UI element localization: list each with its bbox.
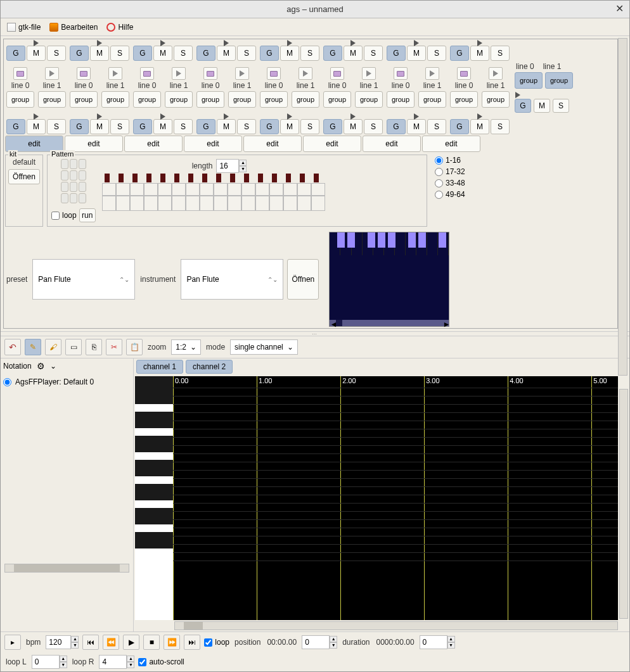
group-button[interactable]: group [260,91,288,108]
m-button[interactable]: M [407,119,426,134]
player-option[interactable]: AgsFFPlayer: Default 0 [3,377,131,386]
group-button[interactable]: group [101,91,129,108]
pattern-step[interactable] [255,196,269,211]
pattern-step[interactable] [144,183,158,196]
duration-offset-spinner[interactable]: ▲▼ [420,635,455,649]
play-line-button[interactable] [362,67,376,80]
m-button[interactable]: M [217,46,236,61]
upper-vscrollbar[interactable] [618,38,627,376]
expand-icon[interactable] [477,40,482,46]
length-spinner[interactable]: ▲▼ [216,159,247,173]
mode-combo[interactable]: single channel⌄ [230,339,298,355]
play-line-button[interactable] [235,67,249,80]
m-button[interactable]: M [344,119,363,134]
forward-button[interactable]: ⏩ [164,635,180,650]
group-button[interactable]: group [6,91,34,108]
g-button[interactable]: G [133,46,152,61]
bank-cell[interactable] [61,159,68,169]
menu-help[interactable]: Hilfe [106,23,133,32]
preset-open-button[interactable]: Öffnen [287,259,319,300]
brush-tool-button[interactable]: 🖌 [45,339,61,355]
m-button[interactable]: M [470,119,489,134]
expand-icon[interactable] [160,40,165,46]
pattern-step[interactable] [283,196,297,211]
pattern-step[interactable] [228,196,241,211]
preset-combo[interactable]: Pan Flute⌃⌄ [32,259,135,300]
g-button[interactable]: G [450,46,469,61]
bpm-spinner[interactable]: ▲▼ [46,635,79,649]
group-button[interactable]: group [355,91,383,108]
pattern-step[interactable] [116,183,130,196]
pencil-tool-button[interactable]: ✎ [25,339,41,355]
chevron-down-icon[interactable]: ⌄ [50,362,56,371]
pattern-step[interactable] [144,196,158,211]
m-button[interactable]: M [27,119,46,134]
group-button[interactable]: group [228,91,256,108]
group-button[interactable]: group [450,91,478,108]
kit-open-button[interactable]: Öffnen [8,169,40,184]
edit-button[interactable]: edit [243,136,302,152]
m-button[interactable]: M [407,46,426,61]
expand-icon[interactable] [287,113,292,120]
group-button[interactable]: group [38,91,66,108]
open-folder-button[interactable] [140,67,154,80]
select-tool-button[interactable]: ▭ [65,339,82,355]
g-button[interactable]: G [196,46,215,61]
expand-icon[interactable] [414,113,419,120]
sidebar-scrollbar[interactable] [4,564,129,573]
range-17-32[interactable]: 17-32 [435,167,465,176]
m-button[interactable]: M [217,119,236,134]
gear-icon[interactable]: ⚙ [37,361,45,371]
group-button[interactable]: group [545,72,573,89]
rewind-button[interactable]: ⏪ [103,635,119,650]
expand-icon[interactable] [224,40,229,46]
s-button[interactable]: S [237,119,256,134]
m-button[interactable]: M [534,99,550,113]
pattern-step[interactable] [269,196,283,211]
instrument-combo[interactable]: Pan Flute⌃⌄ [181,259,283,300]
rewind-start-button[interactable]: ⏮ [82,635,99,650]
m-button[interactable]: M [90,46,109,61]
open-folder-button[interactable] [203,67,217,80]
m-button[interactable]: M [280,46,299,61]
s-button[interactable]: S [553,99,569,113]
pattern-step[interactable] [311,183,325,196]
open-folder-button[interactable] [13,67,27,80]
loop-checkbox[interactable]: loop [51,211,77,220]
s-button[interactable]: S [174,119,193,134]
splitter[interactable] [1,331,629,336]
m-button[interactable]: M [90,119,109,134]
group-button[interactable]: group [418,91,446,108]
piano-roll-hscrollbar[interactable] [174,621,618,630]
pattern-step[interactable] [102,196,116,211]
range-33-48[interactable]: 33-48 [435,179,465,187]
s-button[interactable]: S [237,46,256,61]
s-button[interactable]: S [110,119,129,134]
g-button[interactable]: G [323,46,342,61]
run-button[interactable]: run [79,208,96,222]
m-button[interactable]: M [153,46,172,61]
open-folder-button[interactable] [457,67,471,80]
g-button[interactable]: G [70,46,89,61]
expand-icon[interactable] [34,40,39,46]
expand-icon[interactable] [350,113,356,120]
s-button[interactable]: S [491,119,510,134]
s-button[interactable]: S [300,46,319,61]
s-button[interactable]: S [174,46,193,61]
m-button[interactable]: M [153,119,172,134]
expand-icon[interactable] [515,92,520,98]
expand-icon[interactable] [97,40,102,46]
g-button[interactable]: G [133,119,152,134]
spin-down-icon[interactable]: ▼ [239,166,247,172]
pattern-step[interactable] [241,183,255,196]
s-button[interactable]: S [364,46,383,61]
pattern-step[interactable] [158,196,172,211]
expand-icon[interactable] [414,40,419,46]
tab-channel-2[interactable]: channel 2 [186,360,233,374]
copy-button[interactable]: ⎘ [86,339,102,355]
forward-end-button[interactable]: ⏭ [184,635,200,650]
pattern-step[interactable] [255,183,269,196]
expand-icon[interactable] [160,113,165,120]
group-button[interactable]: group [515,72,543,89]
position-offset-spinner[interactable]: ▲▼ [302,635,337,649]
